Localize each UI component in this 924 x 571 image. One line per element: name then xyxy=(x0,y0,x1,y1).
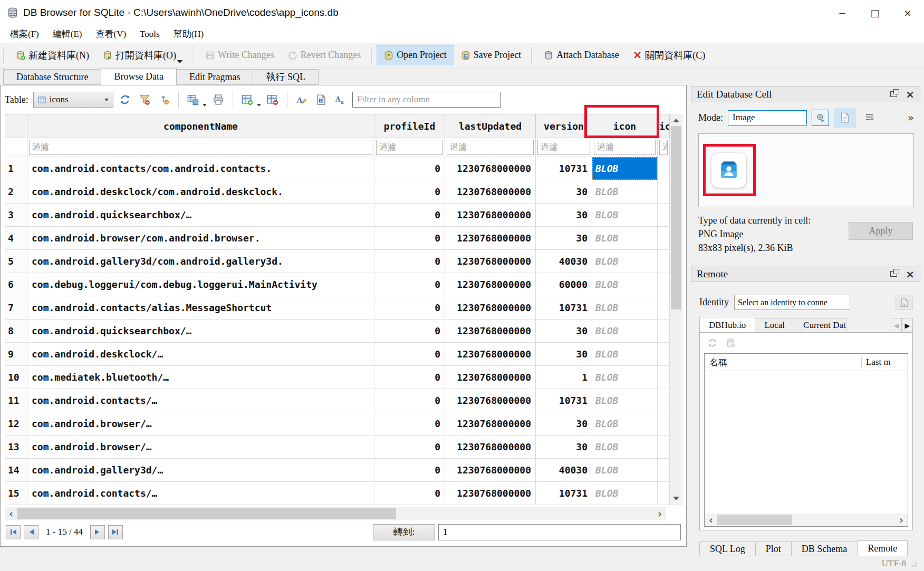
clipped-cell[interactable] xyxy=(658,343,670,366)
row-number-cell[interactable]: 11 xyxy=(5,389,27,412)
more-tools-icon[interactable]: » xyxy=(908,111,914,124)
componentname-cell[interactable]: com.mediatek.bluetooth/… xyxy=(27,366,374,389)
icon-blob-cell[interactable]: BLOB xyxy=(592,157,658,180)
save-table-button[interactable] xyxy=(185,92,201,108)
version-cell[interactable]: 10731 xyxy=(536,389,592,412)
row-number-cell[interactable]: 5 xyxy=(5,250,27,273)
table-row[interactable]: 5 com.android.gallery3d/com.android.gall… xyxy=(5,250,670,273)
clipped-cell[interactable] xyxy=(658,482,670,505)
lastupdated-cell[interactable]: 1230768000000 xyxy=(445,366,536,389)
clipped-cell[interactable] xyxy=(658,250,670,273)
componentname-cell[interactable]: com.android.browser/… xyxy=(27,435,374,459)
table-row[interactable]: 15 com.android.contacts/… 0 123076800000… xyxy=(5,482,670,505)
componentname-cell[interactable]: com.android.contacts/alias.MessageShortc… xyxy=(27,296,374,320)
menu-file[interactable]: 檔案(F) xyxy=(3,25,46,43)
table-row[interactable]: 14 com.android.gallery3d/… 0 12307680000… xyxy=(5,459,670,482)
clipped-cell[interactable] xyxy=(658,412,670,435)
goto-input[interactable] xyxy=(438,524,681,540)
componentname-cell[interactable]: com.android.deskclock/… xyxy=(27,343,374,366)
column-header-componentname[interactable]: componentName xyxy=(27,114,374,138)
componentname-cell[interactable]: com.android.gallery3d/com.android.galler… xyxy=(27,250,374,273)
remote-list-hscrollbar[interactable]: ‹ › xyxy=(705,514,908,526)
table-row[interactable]: 7 com.android.contacts/alias.MessageShor… xyxy=(5,296,670,320)
lastupdated-cell[interactable]: 1230768000000 xyxy=(445,204,536,227)
table-row[interactable]: 3 com.android.quicksearchbox/… 0 1230768… xyxy=(5,204,670,227)
componentname-cell[interactable]: com.android.gallery3d/… xyxy=(27,459,374,482)
column-header-icon[interactable]: icon xyxy=(592,114,658,138)
icon-blob-cell[interactable]: BLOB xyxy=(592,227,658,250)
icon-blob-cell[interactable]: BLOB xyxy=(592,180,658,204)
lastupdated-cell[interactable]: 1230768000000 xyxy=(445,389,536,412)
clipped-cell[interactable] xyxy=(658,389,670,412)
icon-blob-cell[interactable]: BLOB xyxy=(592,389,658,412)
lastupdated-cell[interactable]: 1230768000000 xyxy=(445,157,536,180)
row-number-cell[interactable]: 13 xyxy=(5,435,27,459)
filter-clipped-input[interactable]: 過濾 xyxy=(659,140,668,155)
icon-blob-cell[interactable]: BLOB xyxy=(592,343,658,366)
float-panel-icon[interactable] xyxy=(890,91,897,97)
column-header-clipped[interactable]: ic xyxy=(658,114,670,138)
remote-hscroll-thumb[interactable] xyxy=(717,515,792,525)
float-panel-icon[interactable] xyxy=(890,271,897,277)
lastupdated-cell[interactable]: 1230768000000 xyxy=(445,435,536,459)
tab-scroll-left-icon[interactable]: ◀ xyxy=(891,318,902,333)
profileid-cell[interactable]: 0 xyxy=(374,435,445,459)
table-row[interactable]: 12 com.android.browser/… 0 1230768000000… xyxy=(5,412,670,435)
table-row[interactable]: 6 com.debug.loggerui/com.debug.loggerui.… xyxy=(5,273,670,296)
tab-local[interactable]: Local xyxy=(755,318,794,333)
close-database-button[interactable]: × 關閉資料庫(C) xyxy=(626,45,713,65)
previous-record-button[interactable] xyxy=(24,525,38,539)
profileid-cell[interactable]: 0 xyxy=(374,204,445,227)
profileid-cell[interactable]: 0 xyxy=(374,459,445,482)
version-cell[interactable]: 30 xyxy=(536,227,592,250)
tab-remote[interactable]: Remote xyxy=(857,540,908,556)
grid-horizontal-scrollbar[interactable]: ‹ › xyxy=(5,507,666,520)
menu-tools[interactable]: Tools xyxy=(133,25,167,43)
binary-view-button[interactable]: 10 xyxy=(313,92,329,108)
resize-grip-icon[interactable] xyxy=(910,560,917,567)
save-table-dropdown-icon[interactable] xyxy=(203,104,207,107)
row-number-cell[interactable]: 9 xyxy=(5,343,27,366)
tab-browse-data[interactable]: Browse Data xyxy=(101,68,176,85)
icon-blob-cell[interactable]: BLOB xyxy=(592,482,658,505)
icon-blob-cell[interactable]: BLOB xyxy=(592,273,658,296)
corner-header[interactable] xyxy=(5,114,27,138)
icon-blob-cell[interactable]: BLOB xyxy=(592,459,658,482)
menu-help[interactable]: 幫助(H) xyxy=(167,25,211,43)
next-record-button[interactable] xyxy=(90,525,105,539)
table-row[interactable]: 13 com.android.browser/… 0 1230768000000… xyxy=(5,435,670,459)
lastupdated-cell[interactable]: 1230768000000 xyxy=(445,459,536,482)
first-record-button[interactable] xyxy=(6,525,21,539)
row-number-cell[interactable]: 1 xyxy=(5,157,27,180)
profileid-cell[interactable]: 0 xyxy=(374,157,445,180)
clipped-cell[interactable] xyxy=(658,459,670,482)
version-cell[interactable]: 30 xyxy=(536,435,592,459)
lastupdated-cell[interactable]: 1230768000000 xyxy=(445,180,536,204)
profileid-cell[interactable]: 0 xyxy=(374,250,445,273)
icon-blob-cell[interactable]: BLOB xyxy=(592,412,658,435)
version-cell[interactable]: 60000 xyxy=(536,273,592,296)
tab-db-schema[interactable]: DB Schema xyxy=(791,541,858,556)
icon-blob-cell[interactable]: BLOB xyxy=(592,435,658,459)
row-number-cell[interactable]: 14 xyxy=(5,459,27,482)
scroll-right-icon[interactable]: › xyxy=(653,507,666,520)
grid-vertical-scrollbar[interactable] xyxy=(670,114,682,505)
version-cell[interactable]: 10731 xyxy=(536,157,592,180)
row-number-cell[interactable]: 3 xyxy=(5,204,27,227)
tab-current-database[interactable]: Current Dat xyxy=(794,318,846,333)
column-header-lastupdated[interactable]: lastUpdated xyxy=(445,114,536,138)
version-cell[interactable]: 30 xyxy=(536,343,592,366)
icon-blob-cell[interactable]: BLOB xyxy=(592,320,658,343)
table-row[interactable]: 11 com.android.contacts/… 0 123076800000… xyxy=(5,389,670,412)
attach-database-button[interactable]: Attach Database xyxy=(537,45,625,65)
lastupdated-cell[interactable]: 1230768000000 xyxy=(445,320,536,343)
clipped-cell[interactable] xyxy=(658,435,670,459)
table-row[interactable]: 4 com.android.browser/com.android.browse… xyxy=(5,227,670,250)
filter-lastupdated-input[interactable]: 過濾 xyxy=(447,140,534,155)
goto-button[interactable]: 轉到: xyxy=(373,524,435,540)
lastupdated-cell[interactable]: 1230768000000 xyxy=(445,227,536,250)
componentname-cell[interactable]: com.android.browser/… xyxy=(27,412,374,435)
row-number-cell[interactable]: 7 xyxy=(5,296,27,320)
clipped-cell[interactable] xyxy=(658,204,670,227)
version-cell[interactable]: 10731 xyxy=(536,296,592,320)
